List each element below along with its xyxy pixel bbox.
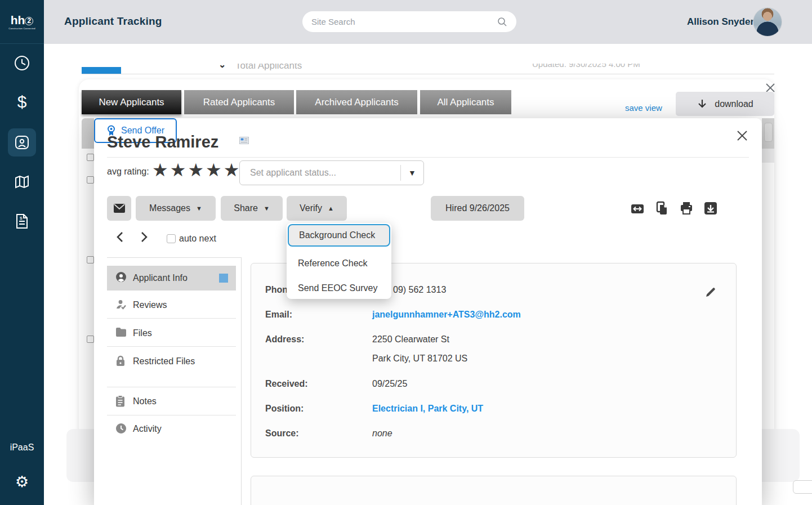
clock-icon xyxy=(14,55,30,71)
download-box-icon xyxy=(703,201,718,216)
secondary-card xyxy=(251,476,737,505)
background-row-checkbox[interactable] xyxy=(87,336,94,343)
modal-header-divider xyxy=(107,157,749,158)
content-vertical-divider xyxy=(241,257,242,505)
copy-icon xyxy=(655,201,670,216)
print-button[interactable] xyxy=(679,201,694,216)
applicant-name: Steve Ramirez xyxy=(107,133,218,151)
chevron-down-icon: ⌄ xyxy=(218,64,226,70)
section-activity[interactable]: Activity xyxy=(107,423,236,436)
background-table-row-fragment xyxy=(762,149,774,163)
menu-item-reference-check[interactable]: Reference Check xyxy=(288,254,390,272)
close-icon xyxy=(737,130,748,141)
caret-down-icon: ▼ xyxy=(196,205,202,212)
background-divider xyxy=(82,74,774,74)
email-link[interactable]: janelgunnhamner+ATS3@hh2.com xyxy=(372,310,521,320)
export-download-button[interactable] xyxy=(703,201,718,216)
caret-down-icon: ▼ xyxy=(264,205,270,212)
user-name: Allison Snyder xyxy=(687,16,754,28)
updated-timestamp: Updated: 9/30/2025 4:00 PM xyxy=(532,64,640,69)
section-restricted-files[interactable]: Restricted Files xyxy=(107,355,236,369)
section-applicant-info[interactable]: Applicant Info xyxy=(107,266,236,291)
email-button[interactable] xyxy=(107,196,131,221)
background-summary-row: ⌄ Total Applicants Updated: 9/30/2025 4:… xyxy=(44,64,812,74)
chevron-left-icon xyxy=(117,231,123,243)
user-avatar[interactable] xyxy=(753,7,782,37)
edit-pencil-icon[interactable] xyxy=(704,286,717,298)
auto-next-label: auto next xyxy=(179,234,216,244)
download-button[interactable]: download xyxy=(676,92,774,116)
contact-card-icon[interactable] xyxy=(239,136,249,146)
tab-all-applicants[interactable]: All Applicants xyxy=(420,90,511,114)
received-label: Received: xyxy=(265,379,308,389)
auto-next-checkbox[interactable] xyxy=(167,234,176,243)
download-arrow-icon xyxy=(697,99,708,110)
source-label: Source: xyxy=(265,428,299,439)
caret-up-icon: ▲ xyxy=(328,205,334,212)
sidebar-item-time[interactable] xyxy=(0,50,44,76)
star-rating[interactable]: ★★★★★ xyxy=(152,159,241,181)
total-applicants-label: Total Applicants xyxy=(235,64,302,71)
sidebar-item-payroll[interactable]: $ xyxy=(0,90,44,115)
messages-button[interactable]: Messages▼ xyxy=(136,196,216,221)
section-notes[interactable]: Notes xyxy=(107,395,236,409)
address-label: Address: xyxy=(265,334,304,345)
lock-icon xyxy=(115,355,127,369)
move-applicant-button[interactable] xyxy=(630,201,645,216)
svg-text:$: $ xyxy=(17,93,27,111)
svg-text:$: $ xyxy=(20,216,23,221)
position-label: Position: xyxy=(265,404,304,414)
folder-icon xyxy=(115,327,127,339)
transfer-arrows-icon xyxy=(630,201,645,216)
envelope-icon xyxy=(113,203,126,213)
status-placeholder: Set applicant status... xyxy=(250,168,400,178)
map-icon xyxy=(14,174,30,190)
hired-status-button[interactable]: Hired 9/26/2025 xyxy=(431,196,524,221)
site-search xyxy=(302,11,516,32)
sidebar-item-applicants[interactable] xyxy=(8,128,36,157)
menu-item-background-check[interactable]: Background Check xyxy=(288,224,390,247)
share-button[interactable]: Share▼ xyxy=(221,196,283,221)
sidebar-item-invoices[interactable]: $ xyxy=(0,208,44,234)
section-files[interactable]: Files xyxy=(107,327,236,339)
search-icon[interactable] xyxy=(497,17,507,27)
tab-archived-applicants[interactable]: Archived Applicants xyxy=(296,90,417,114)
content-divider xyxy=(107,257,241,258)
verify-button[interactable]: Verify▲ xyxy=(287,196,347,221)
address-line2: Park City, UT 81702 US xyxy=(372,354,467,364)
invoice-document-icon: $ xyxy=(15,213,29,230)
clipboard-icon xyxy=(115,395,127,409)
background-row-checkbox[interactable] xyxy=(87,256,94,263)
printer-icon xyxy=(679,201,694,216)
tab-rated-applicants[interactable]: Rated Applicants xyxy=(184,90,294,114)
background-row-checkbox[interactable] xyxy=(87,176,94,184)
modal-close-button[interactable] xyxy=(735,128,749,143)
phone-value: 09) 562 1313 xyxy=(393,285,446,295)
previous-applicant-button[interactable] xyxy=(114,231,126,243)
page-title: Applicant Tracking xyxy=(64,15,162,28)
menu-item-send-eeoc-survey[interactable]: Send EEOC Survey xyxy=(288,279,390,297)
email-label: Email: xyxy=(265,310,292,320)
copy-button[interactable] xyxy=(655,201,670,216)
background-row-checkbox[interactable] xyxy=(87,154,94,161)
settings-gear-icon[interactable]: ⚙ xyxy=(0,473,44,491)
received-value: 09/25/25 xyxy=(372,379,407,389)
tab-new-applicants[interactable]: New Applicants xyxy=(82,90,181,114)
applicant-detail-modal: Steve Ramirez avg rating: ★★★★★ Set appl… xyxy=(94,118,762,505)
activity-clock-icon xyxy=(115,423,127,436)
dollar-icon: $ xyxy=(14,93,30,112)
section-reviews[interactable]: Reviews xyxy=(107,299,236,312)
position-link[interactable]: Electrician I, Park City, UT xyxy=(372,404,483,414)
hh2-logo[interactable]: hh2 Construction Connected xyxy=(0,0,44,44)
save-view-link[interactable]: save view xyxy=(625,103,662,113)
app-root: Applicant Tracking Allison Snyder hh2 Co… xyxy=(0,0,812,505)
background-table-header-fragment xyxy=(82,118,94,149)
next-applicant-button[interactable] xyxy=(139,231,150,243)
sidebar-item-ipaas[interactable]: iPaaS xyxy=(0,443,44,453)
applicant-status-select[interactable]: Set applicant status... ▼ xyxy=(239,160,424,185)
secondary-card-button[interactable] xyxy=(793,480,812,494)
background-table-button-fragment xyxy=(764,123,773,142)
verify-dropdown-menu: Background Check Reference Check Send EE… xyxy=(287,223,391,299)
search-input[interactable] xyxy=(311,17,497,26)
sidebar-item-map[interactable] xyxy=(0,169,44,195)
